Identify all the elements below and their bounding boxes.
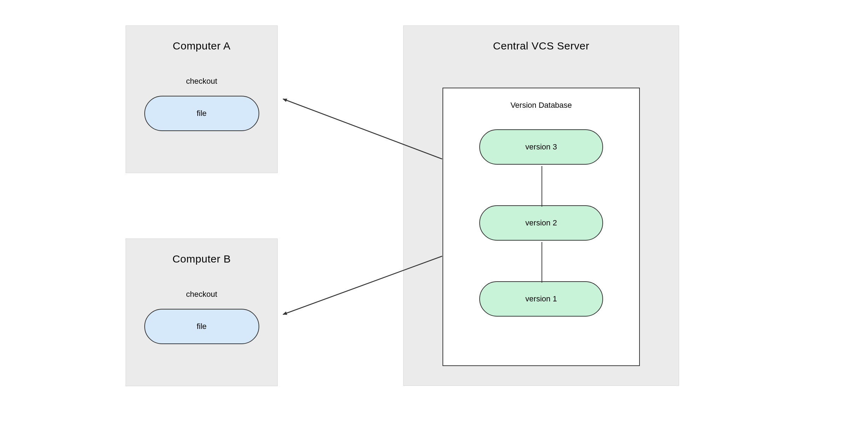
computer-a-checkout-label: checkout xyxy=(126,77,277,86)
computer-b-title: Computer B xyxy=(126,253,277,265)
version-database-title: Version Database xyxy=(443,101,639,110)
connector-v3-v2 xyxy=(542,166,542,207)
computer-a-title: Computer A xyxy=(126,40,277,52)
version-1-pill: version 1 xyxy=(479,281,603,317)
version-database-box: Version Database version 3 version 2 ver… xyxy=(442,88,640,366)
computer-a-file-pill: file xyxy=(144,96,259,131)
vcs-diagram: Computer A checkout file Computer B chec… xyxy=(0,0,868,436)
version-1-label: version 1 xyxy=(525,294,557,304)
computer-b-checkout-label: checkout xyxy=(126,290,277,299)
computer-a-panel: Computer A checkout file xyxy=(126,25,278,173)
version-2-label: version 2 xyxy=(525,218,557,228)
server-title: Central VCS Server xyxy=(404,40,679,52)
version-3-pill: version 3 xyxy=(479,129,603,165)
computer-a-file-label: file xyxy=(197,109,207,118)
computer-b-file-label: file xyxy=(197,322,207,331)
computer-b-panel: Computer B checkout file xyxy=(126,238,278,386)
version-2-pill: version 2 xyxy=(479,205,603,241)
server-panel: Central VCS Server Version Database vers… xyxy=(403,25,679,386)
computer-b-file-pill: file xyxy=(144,309,259,344)
connector-v2-v1 xyxy=(542,242,542,283)
version-3-label: version 3 xyxy=(525,142,557,152)
